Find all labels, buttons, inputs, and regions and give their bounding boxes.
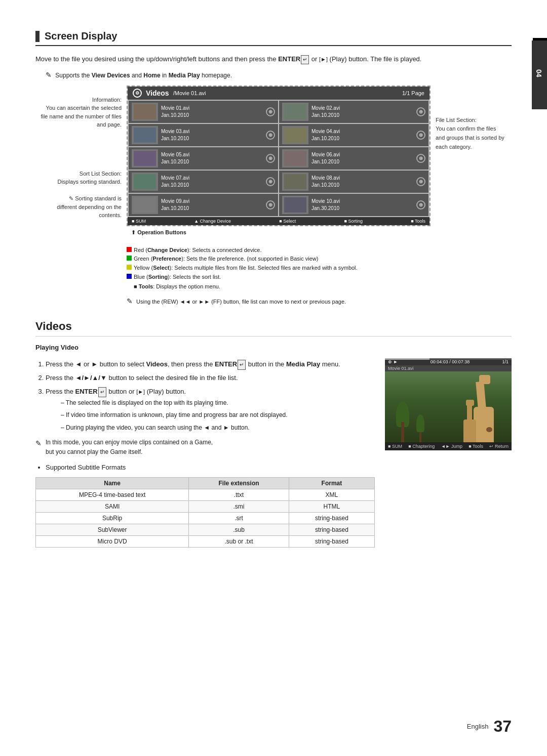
page-footer: English 37 [467, 717, 512, 736]
row2-format: HTML [289, 501, 374, 513]
thumb-1 [132, 103, 158, 121]
cell-gear-9: ⊕ [266, 200, 275, 209]
footer-sum: ■ SUM [132, 219, 146, 224]
videos-section: Videos Playing Video Press the ◄ or ► bu… [35, 320, 512, 548]
op-tools: ■ Tools: Displays the option menu. [127, 282, 512, 291]
diagram-left-labels: Information:You can ascertain the select… [35, 86, 127, 236]
op-yellow: Yellow (Select): Selects multiple files … [127, 264, 512, 273]
row5-name: Micro DVD [36, 536, 189, 548]
bottom-left: Press the ◄ or ► button to select Videos… [35, 358, 375, 548]
footer-sorting: ■ Sorting [344, 219, 363, 224]
video-content [385, 371, 512, 442]
cell-gear-8: ⊕ [416, 177, 425, 186]
thumb-8 [282, 173, 308, 191]
table-row: SubRip .srt string-based [36, 513, 375, 524]
operation-section: Red (Change Device): Selects a connected… [127, 246, 512, 308]
cell-info-8: Movie 08.aviJan.10.2010 [311, 175, 340, 189]
video-player: ⊕ ► 00:04:03 / 00:07:38 1/1 Movie 01.avi [385, 358, 512, 450]
ui-cell-10: Movie 10.aviJan.30.2010 ⊕ [279, 194, 428, 216]
op-note: ✎ Using the (REW) ◄◄ or ►► (FF) button, … [127, 296, 512, 308]
footer-change-device: ▲ Change Device [194, 219, 231, 224]
footer-tools: ■ Tools [411, 219, 425, 224]
footer-sum-player: ■ SUM [388, 444, 402, 449]
cell-gear-5: ⊕ [266, 154, 275, 163]
table-row: MPEG-4 time-based text .ttxt XML [36, 489, 375, 501]
ui-cell-5: Movie 05.aviJan.10.2010 ⊕ [129, 147, 278, 170]
page-number: 37 [493, 717, 512, 736]
giraffe-body [474, 407, 494, 442]
ui-header: ⚙ Videos /Movie 01.avi 1/1 Page [128, 87, 429, 100]
cell-gear-6: ⊕ [416, 154, 425, 163]
cell-info-3: Movie 03.aviJan.10.2010 [161, 128, 189, 142]
op-green: Green (Preference): Sets the file prefer… [127, 255, 512, 264]
screen-display-title: Screen Display [45, 30, 117, 42]
bullet-1: The selected file is displayed on the to… [61, 398, 375, 408]
player-footer: ■ SUM ■ Chaptering ◄► Jump ■ Tools ↩ Ret… [385, 442, 512, 450]
supported-formats-heading: Supported Subtitle Formats [46, 462, 375, 473]
file-list-label: File List Section: You can confirm the f… [436, 116, 512, 151]
row3-format: string-based [289, 513, 374, 524]
red-box [127, 247, 132, 252]
ui-cell-1: Movie 01.aviJan.10.2010 ⊕ [129, 101, 278, 123]
ui-header-title: ⚙ Videos /Movie 01.avi [133, 89, 206, 98]
row3-name: SubRip [36, 513, 189, 524]
player-icon: ⊕ ► [388, 359, 398, 364]
row5-ext: .sub or .txt [189, 536, 289, 548]
row1-ext: .ttxt [189, 489, 289, 501]
tree-left [395, 402, 410, 442]
col-ext: File extension [189, 478, 289, 489]
note-viewdevices: ✎ Supports the View Devices and Home in … [46, 70, 512, 80]
cell-info-9: Movie 09.aviJan.10.2010 [161, 198, 189, 212]
step-1: Press the ◄ or ► button to select Videos… [46, 358, 375, 370]
thumb-4 [282, 126, 308, 144]
tree-trunk [401, 422, 404, 442]
sort-label: Sort List Section:Displays sorting stand… [35, 170, 127, 220]
game-note: ✎ In this mode, you can enjoy movie clip… [35, 438, 375, 457]
giraffe-head [479, 375, 490, 384]
player-page: 1/1 [502, 359, 509, 364]
tree-2 [415, 414, 425, 442]
player-timecode: 00:04:03 / 00:07:38 [431, 359, 470, 364]
giraffe-spots [486, 427, 492, 432]
cell-gear-1: ⊕ [266, 107, 275, 116]
yellow-box [127, 265, 132, 270]
step-3: Press the ENTER↵ button or [►] (Play) bu… [46, 386, 375, 433]
col-name: Name [36, 478, 189, 489]
ui-grid: Movie 01.aviJan.10.2010 ⊕ Movie 02.aviJa… [128, 100, 429, 217]
cell-gear-2: ⊕ [416, 107, 425, 116]
screen-display-heading: Screen Display [35, 30, 512, 46]
steps-list: Press the ◄ or ► button to select Videos… [46, 358, 375, 433]
cell-info-6: Movie 06.aviJan.10.2010 [311, 151, 340, 165]
op-blue: Blue (Sorting): Selects the sort list. [127, 273, 512, 282]
cell-info-1: Movie 01.aviJan.10.2010 [161, 105, 189, 119]
thumb-10 [282, 196, 308, 214]
step-2: Press the ◄/►/▲/▼ button to select the d… [46, 372, 375, 384]
row2-name: SAMI [36, 501, 189, 513]
diagram-right-labels: File List Section: You can confirm the f… [431, 86, 512, 236]
row2-ext: .smi [189, 501, 289, 513]
ui-gear-icon: ⚙ [133, 89, 142, 98]
thumb-7 [132, 173, 158, 191]
thumb-9 [132, 196, 158, 214]
row4-format: string-based [289, 524, 374, 536]
ui-cell-9: Movie 09.aviJan.10.2010 ⊕ [129, 194, 278, 216]
videos-heading: Videos [35, 320, 512, 337]
cell-info-10: Movie 10.aviJan.30.2010 [311, 198, 340, 212]
ui-mockup: ⚙ Videos /Movie 01.avi 1/1 Page Movie 01… [127, 86, 431, 236]
cell-info-4: Movie 04.aviJan.10.2010 [311, 128, 340, 142]
page-lang: English [467, 723, 489, 730]
table-row: SubViewer .sub string-based [36, 524, 375, 536]
ui-cell-8: Movie 08.aviJan.10.2010 ⊕ [279, 171, 428, 193]
thumb-5 [132, 149, 158, 167]
table-header-row: Name File extension Format [36, 478, 375, 489]
thumb-2 [282, 103, 308, 121]
footer-return: ↩ Return [489, 444, 509, 449]
op-red: Red (Change Device): Selects a connected… [127, 246, 512, 255]
bullet-2: If video time information is unknown, pl… [61, 410, 375, 420]
intro-paragraph: Move to the file you desired using the u… [35, 54, 512, 65]
footer-chaptering: ■ Chaptering [408, 444, 435, 449]
footer-jump: ◄► Jump [441, 444, 462, 449]
ui-cell-3: Movie 03.aviJan.10.2010 ⊕ [129, 124, 278, 146]
giraffe2-neck [467, 404, 472, 422]
playing-video-heading: Playing Video [35, 344, 512, 351]
